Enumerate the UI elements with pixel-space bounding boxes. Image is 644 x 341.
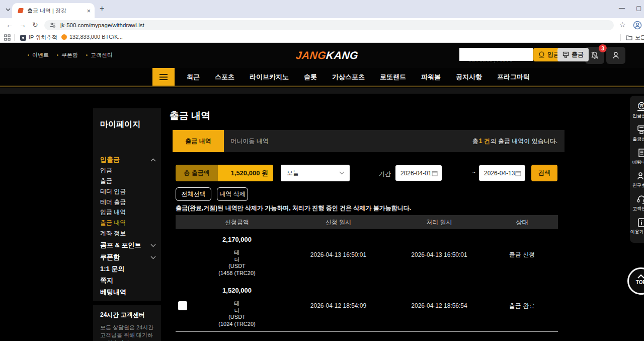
headset-icon xyxy=(636,194,644,204)
bookmarks-bar: IP 위치추적 132,833,000 BTC/K... 모든 북마크 xyxy=(0,32,644,43)
date-from-input[interactable]: 2026-04-01 xyxy=(395,165,442,181)
bookmark-star-icon[interactable]: ☆ xyxy=(619,21,626,29)
window-minimize-button[interactable]: — xyxy=(619,5,625,12)
url-text[interactable]: jk-500.com/mypage/withdrawList xyxy=(60,22,144,28)
profile-icon[interactable] xyxy=(633,21,642,30)
sidebar-group-coupon[interactable]: 쿠폰함 xyxy=(100,253,156,262)
quick-customer-center[interactable]: 고객센터 xyxy=(630,194,644,212)
sidebar-group-deposit-withdraw[interactable]: 입출금 xyxy=(100,155,156,164)
sidebar-item-withdraw[interactable]: 출금 xyxy=(100,177,112,185)
all-bookmarks-button[interactable]: 모든 북마크 xyxy=(626,34,644,41)
document-icon xyxy=(636,148,644,158)
back-button[interactable]: ← xyxy=(6,21,13,29)
quick-invite-friend[interactable]: 친구초대 xyxy=(630,171,644,189)
content-tabs: 출금 내역 머니이동 내역 총 1 건의 출금 내역이 있습니다. xyxy=(173,130,565,152)
quick-user-guide[interactable]: 이용가이드 xyxy=(630,218,644,235)
menu-hamburger-button[interactable] xyxy=(152,68,175,86)
new-tab-button[interactable]: + xyxy=(100,4,104,13)
bitcoin-icon xyxy=(61,34,67,40)
tab-withdraw-history[interactable]: 출금 내역 xyxy=(173,130,224,152)
info-icon xyxy=(636,218,644,228)
link-label: 고객센터 xyxy=(91,51,113,59)
col-status: 상태 xyxy=(486,218,558,227)
browser-tab-strip: 출금 내역 | 장강 × + — ▢ xyxy=(0,0,644,18)
search-button[interactable]: 검색 xyxy=(531,165,557,181)
sidebar-item-inquiry[interactable]: 1:1 문의 xyxy=(100,264,156,274)
status-badge: 출금 신청 xyxy=(486,229,558,280)
nav-item-slots[interactable]: 슬롯 xyxy=(296,73,325,82)
tab-search-chevron-icon[interactable] xyxy=(5,7,11,13)
nav-item-virtual-sports[interactable]: 가상스포츠 xyxy=(325,73,372,82)
amount-value: 1,520,000 xyxy=(190,287,284,294)
site-logo[interactable]: JANGKANG xyxy=(295,49,359,61)
table-row: 2,170,000 테 더 (USDT (1458 (TRC20) 2026-0… xyxy=(176,229,558,280)
select-all-button[interactable]: 전체선택 xyxy=(176,187,211,201)
nav-item-live-casino[interactable]: 라이브카지노 xyxy=(242,73,296,82)
bookmark-btc[interactable]: 132,833,000 BTC/K... xyxy=(61,34,123,40)
period-selected-value: 오늘 xyxy=(287,169,299,177)
apps-grid-icon[interactable] xyxy=(4,34,11,41)
nav-item-lottoland[interactable]: 로또랜드 xyxy=(372,73,414,82)
link-customer-center[interactable]: 고객센터 xyxy=(86,51,113,59)
scroll-to-top-button[interactable]: TOP xyxy=(627,267,644,295)
quick-deposit-request[interactable]: ₩ 입금신청 xyxy=(630,102,644,119)
reload-button[interactable]: ↻ xyxy=(32,21,38,29)
sidebar-item-betting-history[interactable]: 베팅내역 xyxy=(100,288,156,297)
row-checkbox[interactable] xyxy=(178,301,187,310)
method-line: 더 xyxy=(190,307,284,314)
bookmark-label: IP 위치추적 xyxy=(29,34,57,41)
processed-at: 2026-04-12 18:56:54 xyxy=(392,280,486,331)
sidebar-item-deposit[interactable]: 입금 xyxy=(100,166,112,175)
sidebar-item-message[interactable]: 쪽지 xyxy=(100,276,156,285)
link-coupon[interactable]: 쿠폰함 xyxy=(57,51,78,59)
amount-cell: 1,520,000 테 더 (USDT (1024 (TRC20) xyxy=(190,280,284,331)
nav-item-powerball[interactable]: 파워볼 xyxy=(414,73,448,82)
nav-item-sports[interactable]: 스포츠 xyxy=(207,73,242,82)
period-select[interactable]: 오늘 xyxy=(281,165,350,181)
withdraw-button[interactable]: 출금 xyxy=(557,48,589,61)
forward-button[interactable]: → xyxy=(19,21,26,29)
browser-tab[interactable]: 출금 내역 | 장강 × xyxy=(12,3,95,18)
group-label: 베팅내역 xyxy=(100,288,126,297)
window-maximize-button[interactable]: ▢ xyxy=(636,5,641,12)
method-line: 테 xyxy=(190,249,284,256)
group-label: 콤프 & 포인트 xyxy=(100,241,141,250)
table-row: 1,520,000 테 더 (USDT (1024 (TRC20) 2026-0… xyxy=(176,280,558,332)
address-bar[interactable]: jk-500.com/mypage/withdrawList xyxy=(44,20,614,30)
chevron-up-icon xyxy=(637,274,644,279)
tab-close-icon[interactable]: × xyxy=(87,7,91,15)
method-line: (1024 (TRC20) xyxy=(190,321,284,328)
sidebar-item-deposit-history[interactable]: 입금 내역 xyxy=(100,208,126,217)
result-summary: 총 1 건의 출금 내역이 있습니다. xyxy=(472,130,557,152)
link-event[interactable]: 이벤트 xyxy=(28,51,49,59)
calendar-icon xyxy=(515,170,521,176)
quick-withdraw-request[interactable]: 출금신청 xyxy=(630,125,644,143)
tab-money-transfer-history[interactable]: 머니이동 내역 xyxy=(224,130,275,152)
amount-value: 2,170,000 xyxy=(190,236,284,243)
mypage-sidebar: 마이페이지 입출금 입금 출금 테더 입금 테더 출금 입금 내역 출금 내역 … xyxy=(93,108,161,301)
sidebar-item-withdraw-history[interactable]: 출금 내역 xyxy=(100,219,126,227)
calendar-icon xyxy=(432,170,438,176)
nav-item-pragmatic[interactable]: 프라그마틱 xyxy=(490,73,537,82)
requested-at: 2026-04-13 16:50:01 xyxy=(284,229,392,280)
sidebar-item-tether-deposit[interactable]: 테더 입금 xyxy=(100,187,126,196)
logo-part-2: KANG xyxy=(326,49,359,61)
customer-center-title: 24시간 고객센터 xyxy=(100,311,154,319)
chevron-down-icon xyxy=(150,256,156,259)
group-label: 1:1 문의 xyxy=(100,264,124,274)
date-to-input[interactable]: 2026-04-13 xyxy=(479,165,525,181)
sidebar-item-account-info[interactable]: 계좌 정보 xyxy=(100,229,126,238)
bookmark-ip-tracker[interactable]: IP 위치추적 xyxy=(20,34,57,41)
nav-item-recent[interactable]: 최근 xyxy=(179,73,207,82)
quick-betting-history[interactable]: 베팅내역 xyxy=(630,148,644,166)
sidebar-group-comp-points[interactable]: 콤프 & 포인트 xyxy=(100,241,156,250)
delete-history-button[interactable]: 내역 삭제 xyxy=(217,187,248,201)
nav-item-notice[interactable]: 공지사항 xyxy=(448,73,490,82)
sidebar-item-tether-withdraw[interactable]: 테더 출금 xyxy=(100,198,126,207)
my-account-button[interactable] xyxy=(606,47,625,64)
svg-text:₩: ₩ xyxy=(639,104,643,108)
method-line: (USDT xyxy=(190,314,284,321)
method-line: 테 xyxy=(190,300,284,307)
total-amount-label: 총 출금액 xyxy=(176,165,218,181)
site-settings-icon[interactable] xyxy=(49,22,56,29)
